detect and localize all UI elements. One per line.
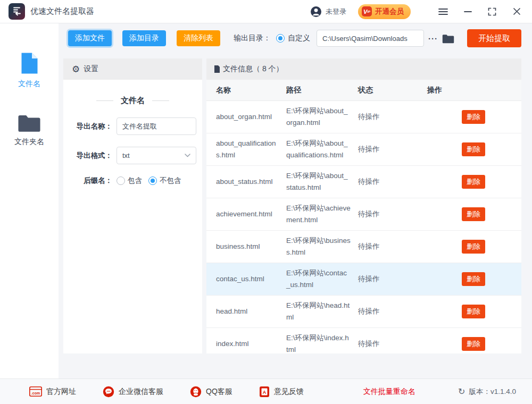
document-icon — [214, 65, 220, 73]
toolbar: 添加文件 添加目录 清除列表 输出目录： 自定义 ··· 开始提取 — [68, 30, 521, 47]
open-vip-button[interactable]: VIP 开通会员 — [358, 4, 411, 19]
file-name-cell: index.html — [216, 338, 286, 350]
delete-button[interactable]: 删除 — [462, 142, 485, 156]
file-name-cell: head.html — [216, 306, 286, 317]
delete-button[interactable]: 删除 — [462, 337, 485, 351]
delete-button[interactable]: 删除 — [462, 207, 485, 221]
file-status-cell: 待操作 — [358, 273, 427, 285]
delete-button[interactable]: 删除 — [462, 305, 485, 318]
qq-icon — [190, 386, 202, 398]
version-group: ↻ 版本：v1.1.4.0 — [458, 386, 516, 397]
app-logo-icon — [9, 3, 25, 20]
official-site-link[interactable]: .com 官方网址 — [29, 386, 76, 397]
wechat-support-link[interactable]: 企业微信客服 — [103, 386, 163, 398]
delete-button[interactable]: 删除 — [462, 175, 485, 189]
output-path-input[interactable] — [317, 30, 424, 47]
table-row[interactable]: about_qualifications.html E:\环保网站\about_… — [206, 133, 521, 166]
login-status[interactable]: 未登录 — [310, 6, 346, 18]
file-table-body: about_organ.html E:\环保网站\about_organ.htm… — [206, 101, 521, 354]
folder-icon — [18, 113, 41, 132]
settings-header: ⚙ 设置 — [63, 58, 202, 80]
maximize-icon[interactable] — [486, 6, 498, 18]
file-info-header-label: 文件信息（ 8 个） — [223, 64, 284, 74]
file-name-cell: about_qualifications.html — [216, 138, 286, 161]
suffix-exclude-radio[interactable] — [148, 176, 157, 185]
footer: .com 官方网址 企业微信客服 QQ客服 — [0, 378, 532, 404]
main-area: 添加文件 添加目录 清除列表 输出目录： 自定义 ··· 开始提取 — [59, 23, 532, 378]
file-name-cell: contac_us.html — [216, 273, 286, 285]
qq-support-link[interactable]: QQ客服 — [190, 386, 232, 398]
suffix-include-label: 包含 — [128, 176, 142, 186]
login-status-label: 未登录 — [326, 7, 346, 16]
delete-button[interactable]: 删除 — [462, 240, 485, 254]
feedback-label: 意见反馈 — [274, 387, 304, 397]
clear-list-button[interactable]: 清除列表 — [177, 30, 220, 46]
file-name-cell: business.html — [216, 241, 286, 252]
column-header-action: 操作 — [427, 86, 521, 95]
file-path-cell: E:\环保网站\achievement.html — [286, 203, 358, 226]
suffix-include-radio[interactable] — [117, 176, 125, 185]
start-extract-button[interactable]: 开始提取 — [467, 29, 521, 47]
settings-header-label: 设置 — [84, 64, 98, 74]
close-icon[interactable] — [511, 6, 522, 18]
table-header-row: 名称 路径 状态 操作 — [206, 80, 521, 101]
file-icon — [20, 52, 39, 74]
titlebar: 优速文件名提取器 未登录 VIP 开通会员 — [0, 0, 532, 23]
refresh-icon[interactable]: ↻ — [458, 386, 465, 397]
file-path-cell: E:\环保网站\about_qualifications.html — [286, 138, 358, 161]
vip-icon: VIP — [362, 6, 372, 16]
file-name-cell: about_organ.html — [216, 111, 286, 123]
delete-button[interactable]: 删除 — [462, 110, 485, 124]
table-row[interactable]: business.html E:\环保网站\business.html 待操作 … — [206, 231, 521, 263]
custom-output-radio[interactable] — [276, 34, 285, 43]
file-status-cell: 待操作 — [358, 241, 427, 252]
sidebar-item-label: 文件名 — [18, 79, 40, 89]
add-file-button[interactable]: 添加文件 — [68, 30, 112, 46]
output-directory-group: 输出目录： 自定义 ··· 开始提取 — [234, 29, 521, 47]
file-name-cell: achievement.html — [216, 208, 286, 220]
suffix-include-option[interactable]: 包含 — [117, 176, 142, 186]
table-row[interactable]: contac_us.html E:\环保网站\contac_us.html 待操… — [206, 263, 521, 296]
file-path-cell: E:\环保网站\business.html — [286, 235, 358, 258]
table-row[interactable]: about_organ.html E:\环保网站\about_organ.htm… — [206, 101, 521, 133]
file-status-cell: 待操作 — [358, 144, 427, 155]
file-status-cell: 待操作 — [358, 208, 427, 220]
user-icon — [310, 6, 322, 18]
sidebar-item-label: 文件夹名 — [14, 137, 44, 147]
file-status-cell: 待操作 — [358, 306, 427, 317]
file-name-cell: about_status.html — [216, 176, 286, 188]
qq-support-label: QQ客服 — [206, 387, 232, 397]
open-folder-icon[interactable] — [442, 33, 454, 44]
output-directory-label: 输出目录： — [234, 33, 271, 43]
official-site-label: 官方网址 — [46, 387, 76, 397]
table-row[interactable]: head.html E:\环保网站\head.html 待操作 删除 — [206, 296, 521, 328]
sidebar-item-file-name[interactable]: 文件名 — [0, 52, 59, 89]
menu-icon[interactable] — [437, 6, 449, 18]
svg-text:.com: .com — [31, 391, 40, 395]
minimize-icon[interactable] — [462, 6, 473, 18]
table-row[interactable]: index.html E:\环保网站\index.html 待操作 删除 — [206, 328, 521, 354]
feedback-link[interactable]: A 意见反馈 — [259, 386, 304, 398]
feedback-icon: A — [259, 386, 270, 398]
suffix-exclude-option[interactable]: 不包含 — [148, 176, 181, 186]
wechat-icon — [103, 386, 114, 398]
sidebar-item-folder-name[interactable]: 文件夹名 — [0, 113, 59, 147]
export-format-select[interactable]: txt — [117, 147, 196, 164]
suffix-exclude-label: 不包含 — [160, 176, 181, 186]
file-info-header: 文件信息（ 8 个） — [206, 58, 521, 80]
export-format-value: txt — [122, 152, 185, 159]
section-title-row: 文件名 — [63, 96, 202, 106]
export-name-input[interactable] — [117, 117, 196, 135]
app-title: 优速文件名提取器 — [30, 6, 94, 16]
file-info-panel: 文件信息（ 8 个） 名称 路径 状态 操作 about_organ.html … — [206, 58, 521, 354]
batch-rename-link[interactable]: 文件批量重命名 — [363, 387, 415, 397]
browse-more-button[interactable]: ··· — [428, 34, 438, 43]
add-directory-button[interactable]: 添加目录 — [122, 30, 166, 46]
delete-button[interactable]: 删除 — [462, 272, 485, 286]
table-row[interactable]: about_status.html E:\环保网站\about_status.h… — [206, 166, 521, 198]
file-status-cell: 待操作 — [358, 338, 427, 350]
table-row[interactable]: achievement.html E:\环保网站\achievement.htm… — [206, 198, 521, 231]
settings-panel: ⚙ 设置 文件名 导出名称： 导出格式： txt — [63, 58, 202, 354]
file-path-cell: E:\环保网站\about_organ.html — [286, 105, 358, 129]
file-path-cell: E:\环保网站\head.html — [286, 300, 358, 323]
